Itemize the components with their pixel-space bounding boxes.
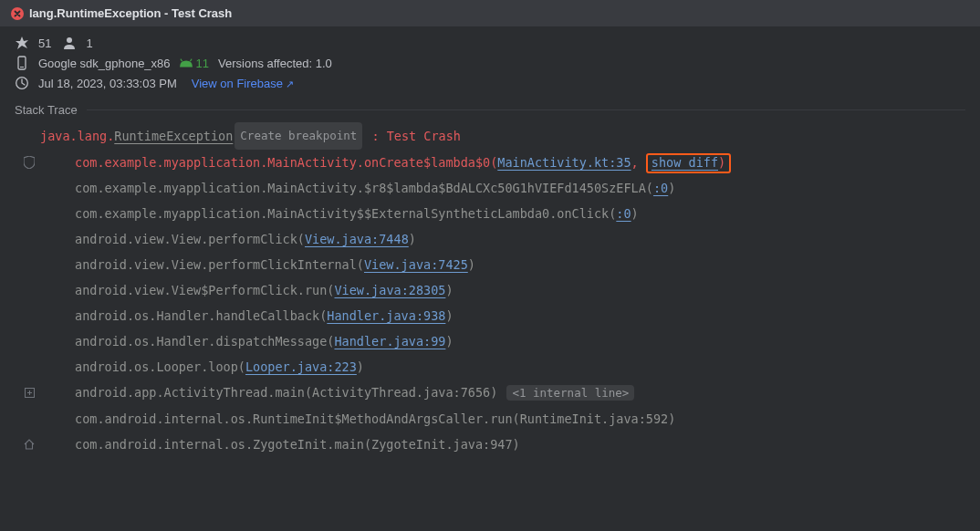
frame-text: )	[445, 308, 453, 323]
svg-line-4	[180, 59, 182, 62]
source-link[interactable]: :0	[616, 206, 631, 221]
stack-frame: com.example.myapplication.MainActivity.o…	[18, 150, 969, 175]
frame-text: )	[445, 283, 453, 297]
exception-message: Test Crash	[387, 123, 461, 149]
issue-meta: 51 1 Google sdk_gphone_x86 11 Versions a…	[0, 26, 980, 96]
create-breakpoint-button[interactable]: Create breakpoint	[235, 122, 362, 150]
stack-frame: android.view.View$PerformClick.run(View.…	[18, 277, 969, 303]
source-link[interactable]: Handler.java:99	[334, 334, 445, 349]
firebase-link[interactable]: View on Firebase	[192, 77, 294, 90]
frame-text: )	[409, 232, 416, 246]
timestamp: Jul 18, 2023, 03:33:03 PM	[38, 77, 177, 90]
frame-text: android.view.View.performClickInternal(	[75, 257, 364, 272]
user-icon	[62, 36, 77, 50]
source-link[interactable]: Looper.java:223	[245, 359, 357, 374]
frame-text: com.example.myapplication.MainActivity.o…	[75, 155, 497, 170]
plus-gutter-icon[interactable]	[18, 388, 40, 398]
events-count: 51	[38, 36, 51, 50]
frame-text: com.example.myapplication.MainActivity.$…	[75, 181, 653, 195]
frame-text: android.os.Handler.handleCallback(	[75, 308, 327, 323]
frame-text: )	[468, 257, 475, 272]
title-text: lang.RuntimeException - Test Crash	[29, 6, 232, 20]
exception-package: java.lang.	[40, 123, 114, 149]
counts-row: 51 1	[15, 36, 965, 50]
svg-rect-3	[20, 67, 24, 68]
source-link[interactable]: View.java:7425	[364, 257, 468, 272]
svg-point-1	[67, 37, 72, 43]
frame-text: )	[668, 181, 675, 195]
stack-frame: com.android.internal.os.RuntimeInit$Meth…	[18, 406, 969, 432]
stack-frame: com.android.internal.os.ZygoteInit.main(…	[18, 432, 969, 457]
crash-icon	[15, 36, 29, 50]
frame-text: ,	[631, 155, 646, 170]
source-link[interactable]: Handler.java:938	[327, 308, 445, 323]
frame-text: )	[718, 155, 725, 170]
frame-text: )	[445, 334, 453, 349]
stack-frame: android.os.Looper.loop(Looper.java:223)	[18, 354, 969, 380]
source-link[interactable]: View.java:28305	[334, 283, 445, 297]
device-name: Google sdk_gphone_x86	[38, 57, 171, 70]
frame-text: com.android.internal.os.RuntimeInit$Meth…	[75, 411, 675, 426]
title-bar: lang.RuntimeException - Test Crash	[0, 0, 980, 26]
users-count: 1	[86, 36, 92, 50]
stack-trace-label: Stack Trace	[0, 96, 78, 117]
exception-class[interactable]: RuntimeException	[114, 123, 233, 149]
stack-frame: android.os.Handler.handleCallback(Handle…	[18, 303, 969, 328]
frame-text: android.view.View$PerformClick.run(	[75, 283, 334, 297]
exception-header: java.lang.RuntimeException Create breakp…	[18, 122, 969, 150]
versions-affected: Versions affected: 1.0	[218, 57, 332, 70]
frame-text: android.os.Looper.loop(	[75, 359, 245, 374]
frame-text: android.os.Handler.dispatchMessage(	[75, 334, 334, 349]
home-gutter-icon[interactable]	[18, 439, 40, 450]
divider	[87, 109, 965, 110]
clock-icon	[15, 76, 29, 90]
frame-text: android.app.ActivityThread.main(Activity…	[75, 385, 505, 400]
stack-trace: java.lang.RuntimeException Create breakp…	[0, 117, 980, 457]
frame-text: com.android.internal.os.ZygoteInit.main(…	[75, 437, 520, 452]
shield-gutter-icon[interactable]	[18, 156, 40, 169]
frame-text: android.view.View.performClick(	[75, 232, 305, 246]
show-diff-link[interactable]: show diff	[652, 155, 718, 170]
source-link[interactable]: MainActivity.kt:35	[497, 155, 631, 170]
source-link[interactable]: View.java:7448	[305, 232, 409, 246]
frame-text: )	[631, 206, 639, 221]
device-row: Google sdk_gphone_x86 11 Versions affect…	[15, 56, 965, 70]
os-version-text: 11	[196, 57, 209, 70]
stack-frame: android.app.ActivityThread.main(Activity…	[18, 380, 969, 406]
android-version: 11	[180, 57, 209, 70]
frame-text: com.example.myapplication.MainActivity$$…	[75, 206, 616, 221]
timestamp-row: Jul 18, 2023, 03:33:03 PM View on Fireba…	[15, 76, 965, 90]
stack-frame: com.example.myapplication.MainActivity$$…	[18, 201, 969, 226]
source-link[interactable]: :0	[653, 181, 668, 195]
error-icon	[11, 7, 24, 20]
frame-text: )	[357, 359, 364, 374]
stack-frame: android.os.Handler.dispatchMessage(Handl…	[18, 328, 969, 354]
stack-frame: android.view.View.performClick(View.java…	[18, 226, 969, 252]
svg-line-5	[190, 59, 192, 62]
header-sep: :	[364, 123, 386, 149]
stack-frame: android.view.View.performClickInternal(V…	[18, 252, 969, 277]
device-icon	[15, 56, 29, 70]
collapsed-frames-pill[interactable]: <1 internal line>	[506, 385, 634, 401]
stack-frame: com.example.myapplication.MainActivity.$…	[18, 175, 969, 201]
highlight-box: show diff)	[646, 153, 731, 173]
